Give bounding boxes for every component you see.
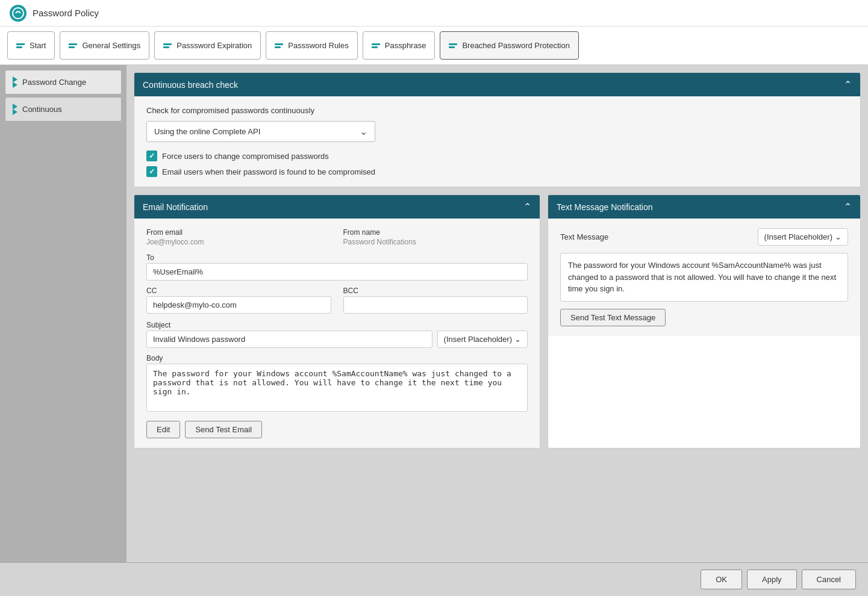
sidebar-continuous-arrow-icon xyxy=(13,104,17,115)
title-bar: Password Policy xyxy=(0,0,868,26)
subject-insert-placeholder-dropdown[interactable]: (Insert Placeholder) ⌄ xyxy=(437,331,528,348)
email-notification-panel: Email Notification ⌃ From email Joe@mylo… xyxy=(134,194,540,449)
tab-passphrase[interactable]: Passphrase xyxy=(363,31,436,60)
bottom-row: Email Notification ⌃ From email Joe@mylo… xyxy=(134,194,861,449)
bcc-input[interactable] xyxy=(343,296,528,314)
footer: OK Apply Cancel xyxy=(0,562,868,596)
breach-api-dropdown[interactable]: Using the online Complete API ⌄ xyxy=(146,121,375,142)
checkbox-email[interactable]: Email users when their password is found… xyxy=(146,166,848,177)
text-btn-row: Send Test Text Message xyxy=(560,309,848,326)
cc-input[interactable] xyxy=(146,296,331,314)
content-panel: Continuous breach check ⌃ Check for comp… xyxy=(126,65,868,562)
from-email-label: From email xyxy=(146,228,331,237)
subject-label: Subject xyxy=(146,321,528,329)
cancel-button[interactable]: Cancel xyxy=(802,570,856,589)
svg-point-0 xyxy=(13,8,23,19)
dropdown-arrow-icon: ⌄ xyxy=(360,126,367,137)
email-panel-collapse-btn[interactable]: ⌃ xyxy=(523,201,531,213)
text-msg-row: Text Message (Insert Placeholder) ⌄ xyxy=(560,228,848,246)
body-group: Body The password for your Windows accou… xyxy=(146,354,528,414)
from-name-hint: Password Notifications xyxy=(343,238,528,246)
bcc-label: BCC xyxy=(343,287,528,295)
sidebar-item-password-change[interactable]: Password Change xyxy=(5,70,122,95)
subject-group: Subject (Insert Placeholder) ⌄ xyxy=(146,321,528,348)
tab-passphrase-icon xyxy=(372,43,380,48)
tab-general-icon xyxy=(69,43,77,48)
email-panel-body: From email Joe@myloco.com From name Pass… xyxy=(134,219,540,448)
insert-dropdown-arrow-icon: ⌄ xyxy=(514,335,521,344)
text-panel-header: Text Message Notification ⌃ xyxy=(548,195,860,219)
from-email-hint: Joe@myloco.com xyxy=(146,238,331,246)
breach-description: Check for compromised passwords continuo… xyxy=(146,106,848,115)
from-name-label: From name xyxy=(343,228,528,237)
from-email-group: From email Joe@myloco.com xyxy=(146,228,331,246)
tab-breached[interactable]: Breached Password Protection xyxy=(440,31,578,60)
tab-bar: Start General Settings Passsword Expirat… xyxy=(0,26,868,65)
main-area: Password Change Continuous Continuous br… xyxy=(0,65,868,562)
tab-expiration[interactable]: Passsword Expiration xyxy=(154,31,261,60)
tab-rules[interactable]: Passsword Rules xyxy=(266,31,357,60)
tab-start[interactable]: Start xyxy=(7,31,55,60)
to-label: To xyxy=(146,253,528,262)
email-btn-row: Edit Send Test Email xyxy=(146,421,528,438)
body-textarea[interactable]: The password for your Windows account %S… xyxy=(146,364,528,412)
to-group: To xyxy=(146,253,528,281)
text-msg-label: Text Message xyxy=(560,232,608,241)
ok-button[interactable]: OK xyxy=(701,570,742,589)
tab-general[interactable]: General Settings xyxy=(60,31,149,60)
tab-rules-icon xyxy=(275,43,283,48)
sidebar: Password Change Continuous xyxy=(0,65,126,562)
tab-start-icon xyxy=(16,43,25,48)
email-from-row: From email Joe@myloco.com From name Pass… xyxy=(146,228,528,246)
edit-button[interactable]: Edit xyxy=(146,421,180,438)
checkbox-force[interactable]: Force users to change compromised passwo… xyxy=(146,151,848,161)
page-title: Password Policy xyxy=(33,8,99,18)
body-label: Body xyxy=(146,354,528,362)
email-panel-header: Email Notification ⌃ xyxy=(134,195,540,219)
subject-row: (Insert Placeholder) ⌄ xyxy=(146,331,528,348)
breach-check-panel: Continuous breach check ⌃ Check for comp… xyxy=(134,72,861,187)
breach-panel-collapse-btn[interactable]: ⌃ xyxy=(844,79,852,90)
sidebar-item-continuous[interactable]: Continuous xyxy=(5,97,122,122)
apply-button[interactable]: Apply xyxy=(747,570,797,589)
send-test-email-button[interactable]: Send Test Email xyxy=(185,421,262,438)
subject-input[interactable] xyxy=(146,331,432,348)
cc-bcc-row: CC BCC xyxy=(146,287,528,314)
breach-panel-body: Check for compromised passwords continuo… xyxy=(134,96,860,187)
from-name-group: From name Password Notifications xyxy=(343,228,528,246)
app-logo xyxy=(10,5,27,22)
breach-checkboxes: Force users to change compromised passwo… xyxy=(146,151,848,177)
text-dropdown-arrow-icon: ⌄ xyxy=(835,232,841,241)
send-test-text-button[interactable]: Send Test Text Message xyxy=(560,309,666,326)
bcc-group: BCC xyxy=(343,287,528,314)
cc-group: CC xyxy=(146,287,331,314)
text-message-body: The password for your Windows account %S… xyxy=(560,253,848,302)
to-input[interactable] xyxy=(146,263,528,281)
cc-label: CC xyxy=(146,287,331,295)
checkbox-force-box[interactable] xyxy=(146,151,157,161)
checkbox-email-box[interactable] xyxy=(146,166,157,177)
text-panel-body: Text Message (Insert Placeholder) ⌄ The … xyxy=(548,219,860,336)
text-panel-collapse-btn[interactable]: ⌃ xyxy=(844,201,852,213)
sidebar-arrow-icon xyxy=(13,76,17,88)
tab-breached-icon xyxy=(449,43,457,48)
text-insert-placeholder-dropdown[interactable]: (Insert Placeholder) ⌄ xyxy=(758,228,848,246)
text-notification-panel: Text Message Notification ⌃ Text Message… xyxy=(548,194,861,449)
breach-panel-header: Continuous breach check ⌃ xyxy=(134,73,860,96)
tab-expiration-icon xyxy=(163,43,172,48)
